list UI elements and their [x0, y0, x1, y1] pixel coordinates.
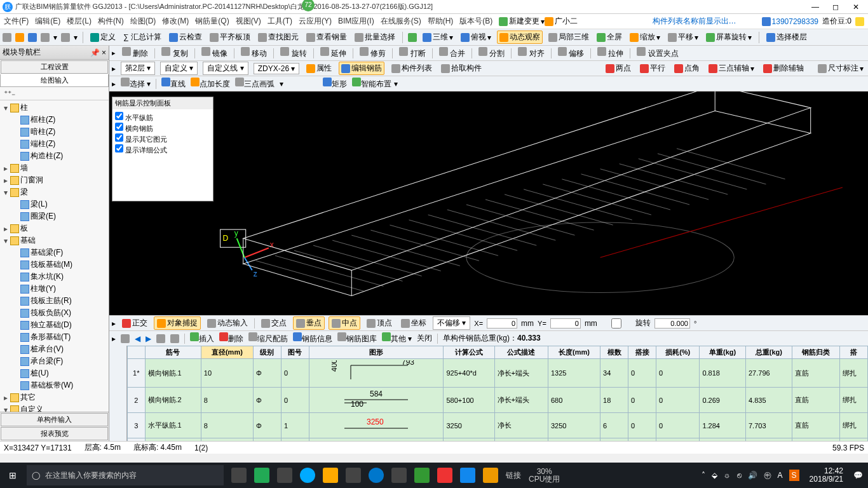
define-button[interactable]: 定义	[88, 31, 118, 43]
3d-viewport[interactable]: D x y z 钢筋显示控制面板 水平纵筋 横向钢筋 显示其它图元 显示详细	[109, 92, 868, 315]
arc-dropdown[interactable]: ▾	[280, 79, 318, 88]
tray-ime-icon[interactable]: ㊥	[764, 470, 771, 481]
component-tree[interactable]: ▾柱框柱(Z)暗柱(Z)端柱(Z)构造柱(Z)▸墙▸门窗洞▾梁梁(L)圈梁(E)…	[0, 100, 109, 412]
edit-偏移[interactable]: 偏移	[558, 47, 584, 59]
findimg-button[interactable]: 查找图元	[256, 31, 301, 43]
grid-row[interactable]: 1*横向钢筋.110Φ0 400793925+40*d净长+端头132534 0…	[128, 359, 868, 388]
tree-node[interactable]: 独立基础(D)	[1, 319, 107, 331]
menu-help[interactable]: 帮助(H)	[428, 16, 454, 27]
sumcalc-button[interactable]: ∑ 汇总计算	[121, 31, 163, 43]
pan-button[interactable]: 平移 ▾	[666, 31, 700, 43]
grid-header[interactable]: 图形	[309, 346, 444, 359]
tray-s-icon[interactable]: S	[789, 470, 799, 481]
flatroof-button[interactable]: 平齐板顶	[208, 31, 252, 43]
tree-node[interactable]: ▾基础	[1, 234, 107, 247]
tree-node[interactable]: 端柱(Z)	[1, 138, 107, 150]
dim-button[interactable]: 尺寸标注 ▾	[816, 62, 865, 74]
grid-row[interactable]: 2横向钢筋.28Φ0 584100580+100净长+端头68018 000.2…	[128, 388, 868, 413]
maximize-button[interactable]: ◻	[831, 3, 840, 11]
tree-node[interactable]: 框柱(Z)	[1, 114, 107, 126]
grid-header[interactable]: 钢筋归类	[792, 346, 839, 359]
menu-floor[interactable]: 楼层(L)	[67, 16, 92, 27]
rebar-opt[interactable]: 显示详细公式	[115, 144, 210, 155]
grid-row[interactable]: 3水平纵筋.18Φ1 32503250净长32506 001.2847.703直…	[128, 413, 868, 438]
close-button[interactable]: ✕	[851, 3, 860, 11]
rebar-display-panel[interactable]: 钢筋显示控制面板 水平纵筋 横向钢筋 显示其它图元 显示详细公式	[112, 97, 214, 201]
threeaux-button[interactable]: 三点辅轴 ▾	[707, 62, 756, 74]
tree-node[interactable]: 桩承台(V)	[1, 343, 107, 355]
dynin-button[interactable]: 动态输入	[205, 317, 250, 329]
menu-file[interactable]: 文件(F)	[4, 16, 29, 27]
grid-header[interactable]: 损耗(%)	[656, 346, 700, 359]
menu-version[interactable]: 版本号(B)	[459, 16, 492, 27]
tree-node[interactable]: 筏板主筋(R)	[1, 295, 107, 307]
prev-icon[interactable]: ◀	[135, 334, 140, 343]
grid-header[interactable]: 级别	[253, 346, 281, 359]
chrome-icon[interactable]	[346, 468, 361, 483]
system-tray[interactable]: ˄ ⬙ ☼ ⎋ 🔊 ㊥ A S 12:422018/9/21 💬	[696, 467, 868, 484]
tree-node[interactable]: 承台梁(F)	[1, 355, 107, 367]
selfloor-button[interactable]: 选择楼层	[764, 31, 809, 43]
grid-header[interactable]	[128, 346, 146, 359]
minimize-button[interactable]: —	[811, 3, 820, 11]
rebar-opt[interactable]: 水平纵筋	[115, 112, 210, 123]
y-input[interactable]	[550, 318, 581, 329]
delete-button[interactable]: 删除	[219, 332, 243, 344]
tree-node[interactable]: 柱墩(Y)	[1, 283, 107, 295]
tree-node[interactable]: 构造柱(Z)	[1, 150, 107, 162]
tree-node[interactable]: 条形基础(T)	[1, 331, 107, 343]
line-button[interactable]: 直线	[161, 78, 186, 90]
edit-合并[interactable]: 合并	[439, 47, 465, 59]
close-button[interactable]: 关闭	[417, 333, 432, 344]
insert-button[interactable]: 插入	[190, 332, 214, 344]
angle-button[interactable]: 点角	[672, 62, 702, 74]
new-change-button[interactable]: 新建变更 ▾	[499, 16, 545, 27]
3d-button[interactable]: 三维 ▾	[421, 31, 455, 43]
edit-对齐[interactable]: 对齐	[518, 47, 544, 59]
zoom-button[interactable]: 缩放 ▾	[628, 31, 662, 43]
info-button[interactable]: 钢筋信息	[293, 332, 332, 344]
arc3-button[interactable]: 三点画弧	[235, 78, 275, 90]
tray-ic2[interactable]: ☼	[724, 471, 731, 480]
edit-拉伸[interactable]: 拉伸	[597, 47, 623, 59]
grid-header[interactable]: 搭	[839, 346, 867, 359]
tree-node[interactable]: ▸板	[1, 222, 107, 234]
parallel-button[interactable]: 平行	[638, 62, 667, 74]
dynview-button[interactable]: 动态观察	[497, 30, 543, 44]
menu-bim[interactable]: BIM应用(I)	[338, 16, 374, 27]
tree-node[interactable]: 梁(L)	[1, 198, 107, 210]
next-icon[interactable]: ▶	[146, 334, 151, 343]
edge-icon[interactable]	[300, 468, 315, 483]
floor-dropdown[interactable]: 第2层 ▾	[121, 62, 155, 75]
menu-draw[interactable]: 绘图(D)	[130, 16, 156, 27]
tree-node[interactable]: 筏板基础(M)	[1, 259, 107, 271]
edit-镜像[interactable]: 镜像	[201, 47, 227, 59]
rebar-opt[interactable]: 显示其它图元	[115, 133, 210, 144]
edit-steel-button[interactable]: 编辑钢筋	[339, 62, 384, 75]
link-label[interactable]: 链接	[506, 470, 521, 481]
batchsel-button[interactable]: 批量选择	[353, 31, 397, 43]
tree-iconbar[interactable]: ⁺⁺₋	[0, 87, 109, 100]
edit-修剪[interactable]: 修剪	[360, 47, 386, 59]
tray-ic1[interactable]: ⬙	[712, 471, 717, 480]
nav-icon[interactable]	[170, 334, 179, 343]
tree-node[interactable]: 筏板负筋(X)	[1, 307, 107, 319]
tree-node[interactable]: 基础梁(F)	[1, 247, 107, 259]
search-box[interactable]: ◯ 在这里输入你要搜索的内容	[27, 465, 224, 485]
offset-dropdown[interactable]: 不偏移 ▾	[433, 316, 470, 330]
app2-icon[interactable]	[277, 468, 292, 483]
screenrot-button[interactable]: 屏幕旋转 ▾	[704, 31, 754, 43]
rebar-grid[interactable]: 筋号直径(mm)级别图号图形计算公式公式描述长度(mm)根数搭接损耗(%)单重(…	[109, 346, 868, 441]
last-icon[interactable]	[156, 334, 165, 343]
local3d-button[interactable]: 局部三维	[546, 31, 591, 43]
edit-打断[interactable]: 打断	[399, 47, 425, 59]
undo-icon[interactable]	[41, 33, 50, 42]
menu-modify[interactable]: 修改(M)	[162, 16, 189, 27]
edit-复制[interactable]: 复制	[161, 47, 187, 59]
grid-header[interactable]: 直径(mm)	[201, 346, 253, 359]
apex-button[interactable]: 顶点	[364, 317, 395, 329]
tree-node[interactable]: 桩(U)	[1, 367, 107, 379]
menu-cloud[interactable]: 云应用(Y)	[299, 16, 332, 27]
grid-header[interactable]: 公式描述	[494, 346, 548, 359]
phone-label[interactable]: 13907298339	[762, 17, 818, 26]
